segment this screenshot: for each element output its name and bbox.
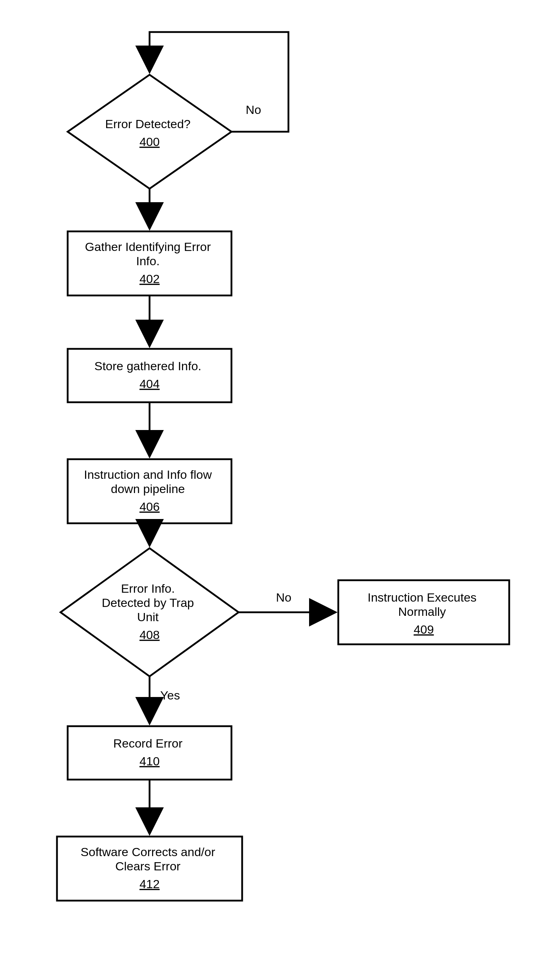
step-software-corrects: Software Corrects and/or Clears Error 41… xyxy=(57,837,242,900)
step-store-info: Store gathered Info. 404 xyxy=(68,349,231,402)
step-flow-down-pipeline: Instruction and Info flow down pipeline … xyxy=(68,459,231,523)
svg-rect-4 xyxy=(68,349,231,402)
step-record-error: Record Error 410 xyxy=(68,726,231,780)
svg-rect-14 xyxy=(68,726,231,780)
edge-label-no-1: No xyxy=(246,103,261,116)
svg-marker-0 xyxy=(68,75,231,189)
edge-label-no-2: No xyxy=(276,590,291,604)
decision-trap-unit: Error Info. Detected by Trap Unit 408 xyxy=(61,548,239,676)
step-gather-error-info: Gather Identifying Error Info. 402 xyxy=(68,231,231,296)
step-executes-normally: Instruction Executes Normally 409 xyxy=(338,580,509,644)
edge-label-yes: Yes xyxy=(160,689,180,702)
decision-error-detected: Error Detected? 400 xyxy=(68,75,231,189)
flowchart: No Error Detected? 400 Gather Identifyin… xyxy=(0,0,553,980)
edge-408-no-409: No xyxy=(239,590,335,612)
edge-408-yes-410: Yes xyxy=(150,676,180,722)
